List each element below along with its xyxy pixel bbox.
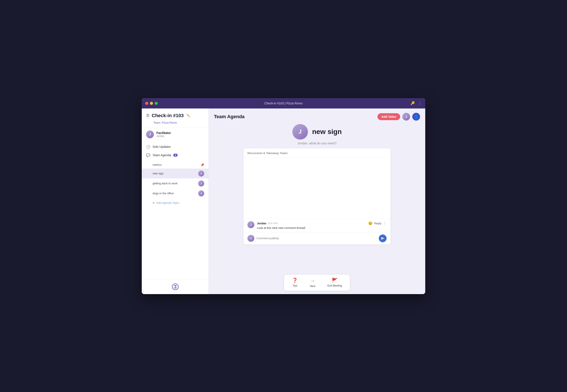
end-meeting-label: End Meeting	[327, 284, 342, 287]
sidebar-footer	[142, 279, 208, 294]
facilitator-avatar: J	[146, 130, 154, 138]
comment-input-row: J	[244, 232, 390, 244]
user-avatar-header[interactable]: J	[402, 113, 410, 121]
next-button[interactable]: → Next	[307, 277, 318, 289]
close-button[interactable]	[145, 102, 148, 105]
emoji-reaction-button[interactable]: 😊	[368, 221, 373, 225]
more-options-icon[interactable]: ⋮	[418, 101, 422, 105]
facilitator-section: J Facilitator Jordan	[142, 128, 208, 141]
comment-text: Look at this slick new comment thread!	[257, 226, 387, 229]
add-agenda-topic-label: Add Agenda Topic...	[156, 201, 181, 204]
key-icon[interactable]: 🔑	[411, 101, 415, 105]
comment-time: Just now	[267, 222, 278, 225]
agenda-item-avatar: J	[198, 190, 204, 196]
comment-author-avatar: J	[248, 221, 254, 228]
next-label: Next	[310, 285, 315, 288]
page-title: Team Agenda	[214, 114, 245, 120]
facilitator-name: Jordan	[156, 135, 171, 138]
window-controls	[145, 102, 158, 105]
hamburger-icon[interactable]: ☰	[146, 113, 150, 118]
add-agenda-topic-button[interactable]: + Add Agenda Topic...	[142, 198, 208, 208]
reply-button[interactable]: Reply	[374, 222, 381, 225]
header-actions: Add Video J 👤	[377, 113, 420, 121]
comment-section: J Jordan Just now 😊 Reply ⋮	[244, 219, 390, 232]
topic-header: J new sign	[292, 124, 342, 140]
agenda-item-avatar: J	[198, 181, 204, 186]
agenda-item-label: getting back to work	[152, 182, 198, 185]
solo-updates-label: Solo Updates	[152, 145, 171, 148]
comment-item: J Jordan Just now 😊 Reply ⋮	[248, 221, 387, 229]
clock-icon: 🕐	[146, 145, 150, 149]
agenda-content: J new sign Jordan, what do you need? Dis…	[209, 124, 425, 272]
titlebar-actions: 🔑 ⋮	[411, 101, 422, 105]
team-agenda-badge: 4	[173, 154, 178, 157]
bottom-actions: ❓ Tips → Next 🚩 End Meeting	[284, 275, 350, 291]
tips-button[interactable]: ❓ Tips	[289, 277, 300, 289]
discussion-header: Discussion & Takeaway Tasks	[244, 148, 390, 158]
comment-content: Jordan Just now 😊 Reply ⋮ Look at this s…	[257, 221, 387, 229]
team-name: Team: Pizza Romo	[142, 121, 208, 128]
agenda-item-getting-back-to-work[interactable]: getting back to work J	[142, 179, 208, 188]
comment-actions: 😊 Reply ⋮	[368, 221, 387, 225]
romo-logo	[171, 283, 179, 291]
chat-icon: 💬	[146, 153, 150, 157]
send-comment-button[interactable]	[379, 235, 387, 242]
end-meeting-button[interactable]: 🚩 End Meeting	[325, 277, 345, 289]
sidebar-header: ☰ Check-in #103 ✏️	[142, 109, 208, 121]
comment-author: Jordan	[257, 222, 266, 225]
add-video-button[interactable]: Add Video	[377, 113, 400, 120]
window-title: Check-in #103 | Pizza Romo	[264, 102, 303, 105]
comment-meta: Jordan Just now 😊 Reply ⋮	[257, 221, 387, 225]
agenda-item-dogs-in-the-office[interactable]: dogs in the office J	[142, 188, 208, 198]
agenda-item-label: metrics	[152, 163, 201, 166]
current-user-avatar: J	[248, 235, 254, 242]
agenda-items: metrics 📌 new sign J getting back to wor…	[142, 161, 208, 198]
edit-icon[interactable]: ✏️	[187, 114, 190, 117]
tips-label: Tips	[292, 284, 297, 287]
topic-subtitle: Jordan, what do you need?	[298, 141, 337, 145]
facilitator-label: Facilitator	[156, 131, 171, 135]
plus-icon: +	[152, 201, 154, 205]
flag-icon: 🚩	[332, 278, 337, 283]
content-header: Team Agenda Add Video J 👤	[209, 109, 425, 124]
topic-title: new sign	[312, 128, 342, 136]
sidebar: ☰ Check-in #103 ✏️ Team: Pizza Romo J Fa…	[142, 109, 209, 294]
minimize-button[interactable]	[150, 102, 153, 105]
pin-icon: 📌	[201, 163, 204, 167]
next-arrow-icon: →	[310, 278, 315, 284]
question-icon: ❓	[292, 278, 298, 283]
agenda-item-metrics[interactable]: metrics 📌	[142, 161, 208, 168]
comment-more-icon[interactable]: ⋮	[383, 221, 387, 225]
topic-presenter-avatar: J	[292, 124, 308, 140]
comment-input[interactable]	[257, 237, 377, 240]
nav-section: 🕐 Solo Updates 💬 Team Agenda 4	[142, 141, 208, 161]
facilitator-info: Facilitator Jordan	[156, 131, 171, 138]
agenda-item-label: dogs in the office	[152, 192, 198, 195]
discussion-card: Discussion & Takeaway Tasks J Jordan Jus…	[244, 148, 390, 244]
sidebar-item-team-agenda[interactable]: 💬 Team Agenda 4	[142, 151, 208, 159]
team-agenda-label: Team Agenda	[152, 154, 171, 157]
team-avatar-header[interactable]: 👤	[412, 113, 420, 121]
discussion-body[interactable]	[244, 158, 390, 219]
sidebar-item-solo-updates[interactable]: 🕐 Solo Updates	[142, 143, 208, 151]
bottom-bar: ❓ Tips → Next 🚩 End Meeting	[209, 272, 425, 294]
agenda-item-avatar: J	[198, 170, 204, 177]
titlebar: Check-in #103 | Pizza Romo 🔑 ⋮	[142, 98, 425, 109]
meeting-title: Check-in #103	[152, 113, 184, 118]
maximize-button[interactable]	[155, 102, 158, 105]
agenda-item-new-sign[interactable]: new sign J	[142, 168, 208, 179]
main-content: Team Agenda Add Video J 👤 J new sign Jor…	[209, 109, 425, 294]
agenda-item-label: new sign	[152, 172, 198, 175]
